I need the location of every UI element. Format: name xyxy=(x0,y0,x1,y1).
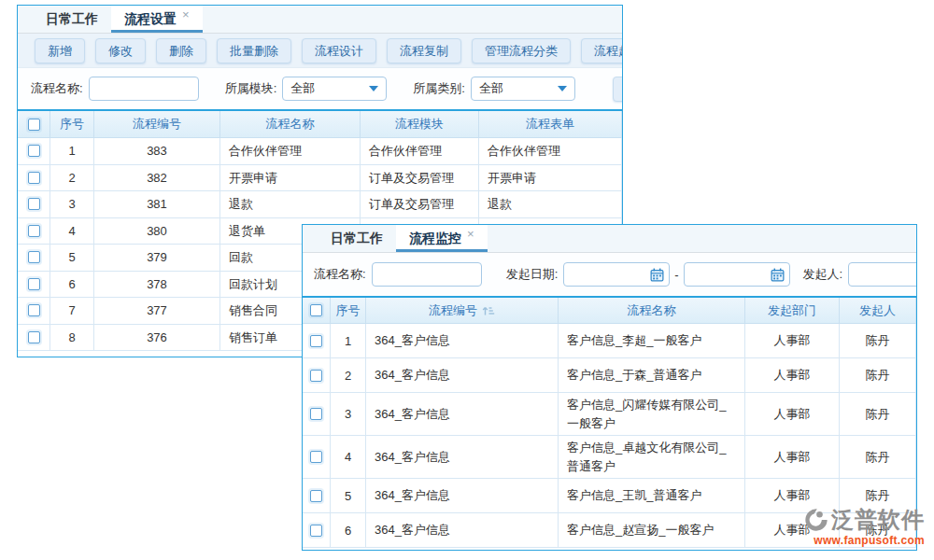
table-row[interactable]: 3 364_客户信息 客户信息_闪耀传媒有限公司_一般客户 人事部 陈丹 xyxy=(303,393,916,436)
col-header-process-name: 流程名称 xyxy=(220,111,361,138)
row-checkbox[interactable] xyxy=(310,451,322,463)
close-icon[interactable]: × xyxy=(182,8,190,21)
date-range-separator: - xyxy=(674,268,678,282)
process-name-label: 流程名称: xyxy=(314,266,366,283)
col-header-process-id[interactable]: 流程编号 xyxy=(366,298,559,324)
row-checkbox[interactable] xyxy=(28,304,40,316)
tab-process-settings-label: 流程设置 xyxy=(124,11,177,28)
table-row[interactable]: 2 382 开票申请 订单及交易管理 开票申请 xyxy=(18,165,622,192)
cell-seq: 2 xyxy=(331,358,366,393)
toolbar-button[interactable]: 删除 xyxy=(156,38,206,63)
initiator-label: 发起人: xyxy=(803,266,843,283)
desktop: 日常工作 流程设置 × 新增 修改 删除 批量删除 流程设计 流程复制 管理流程… xyxy=(0,0,934,560)
row-checkbox[interactable] xyxy=(28,331,40,343)
initiator-input[interactable] xyxy=(848,262,917,287)
calendar-icon[interactable] xyxy=(650,268,664,282)
tab-daily-work[interactable]: 日常工作 xyxy=(318,225,396,252)
row-checkbox[interactable] xyxy=(310,490,322,502)
toolbar-button[interactable]: 批量删除 xyxy=(217,38,291,63)
cell-seq: 2 xyxy=(50,165,94,192)
front-filterbar: 流程名称: 发起日期: - xyxy=(303,253,916,296)
cell-process-id: 364_客户信息 xyxy=(366,393,559,436)
cell-process-id: 380 xyxy=(94,218,220,245)
tab-process-monitor[interactable]: 流程监控 × xyxy=(396,225,488,252)
module-label: 所属模块: xyxy=(225,80,277,97)
cell-process-name: 客户信息_于森_普通客户 xyxy=(559,358,745,393)
row-checkbox[interactable] xyxy=(310,335,322,347)
calendar-icon[interactable] xyxy=(771,268,785,282)
category-select[interactable]: 全部 xyxy=(471,77,575,101)
cell-start-dept: 人事部 xyxy=(745,358,840,393)
cell-process-name: 合作伙伴管理 xyxy=(220,138,361,165)
table-row[interactable]: 1 383 合作伙伴管理 合作伙伴管理 合作伙伴管理 xyxy=(18,138,622,165)
col-header-process-id-label: 流程编号 xyxy=(429,302,477,319)
row-checkbox[interactable] xyxy=(28,225,40,237)
row-checkbox[interactable] xyxy=(28,172,40,184)
col-header-seq: 序号 xyxy=(50,111,94,138)
select-all-checkbox[interactable] xyxy=(310,304,322,316)
row-checkbox[interactable] xyxy=(28,145,40,157)
cell-start-dept: 人事部 xyxy=(745,324,840,358)
cell-seq: 7 xyxy=(50,298,94,325)
cell-initiator: 陈丹 xyxy=(840,324,916,358)
cell-seq: 8 xyxy=(50,325,94,352)
module-select[interactable]: 全部 xyxy=(282,77,387,101)
cell-process-id: 378 xyxy=(94,272,220,299)
cell-process-id: 364_客户信息 xyxy=(366,513,559,548)
cell-start-dept: 人事部 xyxy=(745,479,840,513)
cell-process-id: 364_客户信息 xyxy=(366,324,559,358)
sort-asc-icon[interactable] xyxy=(482,305,495,316)
process-name-input[interactable] xyxy=(89,77,199,101)
cell-seq: 5 xyxy=(331,479,366,513)
col-header-start-dept: 发起部门 xyxy=(745,298,840,324)
cell-process-id: 364_客户信息 xyxy=(366,479,559,513)
table-row[interactable]: 5 364_客户信息 客户信息_王凯_普通客户 人事部 陈丹 xyxy=(303,479,916,513)
tab-daily-work[interactable]: 日常工作 xyxy=(33,6,111,33)
back-tabbar: 日常工作 流程设置 × xyxy=(18,6,622,34)
cell-process-name: 客户信息_闪耀传媒有限公司_一般客户 xyxy=(559,393,745,436)
table-row[interactable]: 2 364_客户信息 客户信息_于森_普通客户 人事部 陈丹 xyxy=(303,358,916,393)
cell-process-id: 364_客户信息 xyxy=(366,358,559,393)
cell-process-id: 383 xyxy=(94,138,220,165)
col-header-process-id: 流程编号 xyxy=(94,111,220,138)
category-label: 所属类别: xyxy=(413,80,465,97)
tab-process-settings[interactable]: 流程设置 × xyxy=(111,6,203,33)
row-checkbox[interactable] xyxy=(28,278,40,290)
select-all-checkbox[interactable] xyxy=(28,119,40,131)
row-checkbox[interactable] xyxy=(28,251,40,263)
cell-process-name: 退款 xyxy=(220,191,361,218)
toolbar-button[interactable]: 新增 xyxy=(35,38,85,63)
toolbar-button[interactable]: 流程复制 xyxy=(387,38,461,63)
table-row[interactable]: 1 364_客户信息 客户信息_李超_一般客户 人事部 陈丹 xyxy=(303,324,916,358)
toolbar-button[interactable]: 管理流程分类 xyxy=(472,38,571,63)
toolbar-button[interactable]: 流程设计 xyxy=(302,38,376,63)
cell-seq: 1 xyxy=(50,138,94,165)
row-checkbox[interactable] xyxy=(28,198,40,210)
cell-process-module: 合作伙伴管理 xyxy=(361,138,479,165)
close-icon[interactable]: × xyxy=(467,228,474,240)
table-row[interactable]: 4 364_客户信息 客户信息_卓越文化有限公司_普通客户 人事部 陈丹 xyxy=(303,436,916,479)
row-checkbox[interactable] xyxy=(310,370,322,382)
cell-process-form: 退款 xyxy=(479,191,622,218)
cell-seq: 4 xyxy=(50,218,94,245)
cell-start-dept: 人事部 xyxy=(745,436,840,479)
table-row[interactable]: 3 381 退款 订单及交易管理 退款 xyxy=(18,191,622,218)
table-row[interactable]: 6 364_客户信息 客户信息_赵宣扬_一般客户 人事部 陈丹 xyxy=(303,513,916,548)
cell-process-name: 客户信息_李超_一般客户 xyxy=(559,324,745,358)
cell-process-module: 订单及交易管理 xyxy=(361,191,479,218)
back-toolbar: 新增 修改 删除 批量删除 流程设计 流程复制 管理流程分类 流程超时提 xyxy=(18,34,622,68)
start-date-from-input[interactable] xyxy=(563,262,670,287)
chevron-down-icon xyxy=(558,86,567,91)
toolbar-button[interactable]: 修改 xyxy=(95,38,146,63)
toolbar-button[interactable]: 流程超时提 xyxy=(581,38,623,63)
clipped-toolbar-button[interactable] xyxy=(613,77,623,102)
cell-seq: 3 xyxy=(50,191,94,218)
row-checkbox[interactable] xyxy=(310,525,322,537)
start-date-to-input[interactable] xyxy=(684,262,790,287)
row-checkbox[interactable] xyxy=(310,408,322,420)
front-monitor-table: 序号 流程编号 流程名称 发起部门 发起人 xyxy=(303,296,916,548)
process-name-input[interactable] xyxy=(372,262,482,287)
tab-process-monitor-label: 流程监控 xyxy=(409,231,461,247)
chevron-down-icon xyxy=(369,86,378,91)
cell-process-id: 381 xyxy=(94,191,220,218)
